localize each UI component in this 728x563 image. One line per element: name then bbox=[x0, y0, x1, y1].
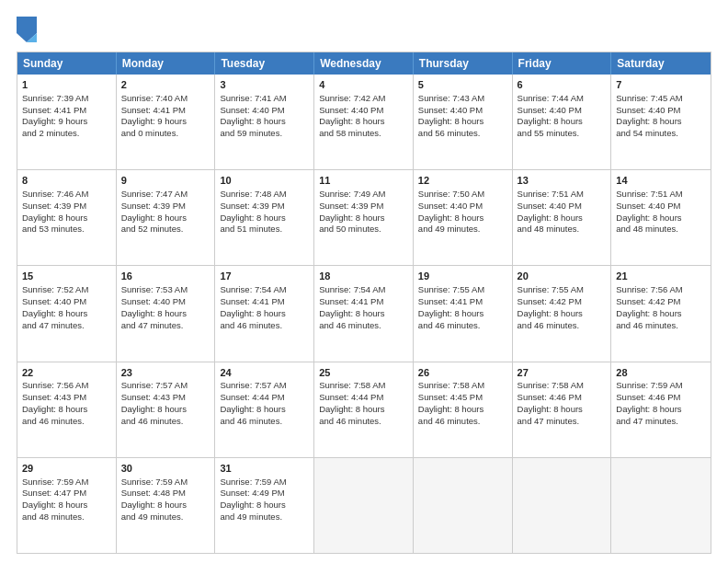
day-info: Sunrise: 7:58 AM bbox=[319, 380, 408, 392]
day-info: Sunset: 4:43 PM bbox=[121, 392, 210, 404]
day-number: 23 bbox=[121, 366, 210, 380]
day-number: 26 bbox=[418, 366, 507, 380]
calendar-body: 1Sunrise: 7:39 AMSunset: 4:41 PMDaylight… bbox=[17, 75, 711, 553]
calendar-cell: 8Sunrise: 7:46 AMSunset: 4:39 PMDaylight… bbox=[17, 170, 117, 265]
calendar-cell: 19Sunrise: 7:55 AMSunset: 4:41 PMDayligh… bbox=[414, 266, 513, 361]
day-info: Sunrise: 7:50 AM bbox=[418, 189, 507, 201]
day-info: and 47 minutes. bbox=[518, 416, 607, 428]
calendar-cell: 2Sunrise: 7:40 AMSunset: 4:41 PMDaylight… bbox=[117, 75, 216, 169]
day-info: Sunset: 4:42 PM bbox=[518, 296, 607, 308]
calendar-cell: 25Sunrise: 7:58 AMSunset: 4:44 PMDayligh… bbox=[314, 362, 414, 457]
calendar-cell bbox=[314, 458, 414, 553]
calendar-cell: 4Sunrise: 7:42 AMSunset: 4:40 PMDaylight… bbox=[314, 75, 414, 169]
day-info: Sunset: 4:41 PM bbox=[319, 296, 408, 308]
weekday-header: Thursday bbox=[414, 52, 513, 75]
day-info: Daylight: 8 hours bbox=[220, 500, 309, 511]
day-info: Sunset: 4:45 PM bbox=[418, 392, 507, 404]
day-info: and 46 minutes. bbox=[616, 320, 706, 332]
calendar-cell: 20Sunrise: 7:55 AMSunset: 4:42 PMDayligh… bbox=[513, 266, 612, 361]
day-info: Daylight: 8 hours bbox=[121, 500, 210, 511]
day-info: Daylight: 8 hours bbox=[616, 308, 706, 320]
day-info: Daylight: 8 hours bbox=[518, 213, 607, 224]
day-number: 18 bbox=[319, 270, 408, 283]
day-info: Sunrise: 7:47 AM bbox=[121, 189, 210, 201]
day-info: Sunrise: 7:49 AM bbox=[319, 189, 408, 201]
day-info: Sunrise: 7:51 AM bbox=[518, 189, 607, 201]
day-info: Daylight: 8 hours bbox=[220, 404, 309, 416]
day-info: Sunset: 4:40 PM bbox=[518, 105, 607, 117]
day-info: Daylight: 8 hours bbox=[616, 213, 706, 224]
day-info: Sunrise: 7:54 AM bbox=[319, 284, 408, 296]
day-number: 30 bbox=[121, 462, 210, 476]
day-info: Daylight: 8 hours bbox=[518, 116, 607, 128]
day-number: 7 bbox=[616, 78, 706, 92]
day-info: and 46 minutes. bbox=[220, 320, 309, 332]
day-number: 15 bbox=[22, 270, 111, 283]
calendar-cell: 9Sunrise: 7:47 AMSunset: 4:39 PMDaylight… bbox=[117, 170, 216, 265]
weekday-header: Sunday bbox=[17, 52, 117, 75]
calendar-header: SundayMondayTuesdayWednesdayThursdayFrid… bbox=[17, 52, 711, 75]
day-info: and 59 minutes. bbox=[220, 128, 309, 140]
day-info: Sunset: 4:40 PM bbox=[616, 105, 706, 117]
day-info: Daylight: 8 hours bbox=[319, 116, 408, 128]
day-info: Sunset: 4:40 PM bbox=[518, 201, 607, 213]
day-number: 16 bbox=[121, 270, 210, 283]
day-info: Sunrise: 7:48 AM bbox=[220, 189, 309, 201]
calendar-cell: 13Sunrise: 7:51 AMSunset: 4:40 PMDayligh… bbox=[513, 170, 612, 265]
day-info: Sunset: 4:40 PM bbox=[220, 105, 309, 117]
calendar-cell: 22Sunrise: 7:56 AMSunset: 4:43 PMDayligh… bbox=[17, 362, 117, 457]
logo-icon bbox=[17, 17, 37, 42]
day-info: Sunset: 4:49 PM bbox=[220, 488, 309, 500]
day-info: Sunrise: 7:53 AM bbox=[121, 284, 210, 296]
day-info: Sunset: 4:40 PM bbox=[121, 296, 210, 308]
day-info: Sunset: 4:46 PM bbox=[518, 392, 607, 404]
day-number: 11 bbox=[319, 174, 408, 188]
weekday-header: Saturday bbox=[611, 52, 711, 75]
logo bbox=[17, 17, 40, 42]
day-info: and 47 minutes. bbox=[616, 416, 706, 428]
day-info: Daylight: 8 hours bbox=[220, 308, 309, 320]
day-info: Sunset: 4:47 PM bbox=[22, 488, 111, 500]
day-info: and 48 minutes. bbox=[22, 511, 111, 523]
day-info: and 46 minutes. bbox=[518, 320, 607, 332]
day-info: Daylight: 9 hours bbox=[22, 116, 111, 128]
day-info: Sunset: 4:39 PM bbox=[319, 201, 408, 213]
day-number: 9 bbox=[121, 174, 210, 188]
day-info: Sunrise: 7:55 AM bbox=[518, 284, 607, 296]
calendar-cell: 3Sunrise: 7:41 AMSunset: 4:40 PMDaylight… bbox=[215, 75, 314, 169]
day-info: and 47 minutes. bbox=[22, 320, 111, 332]
day-info: Daylight: 8 hours bbox=[121, 404, 210, 416]
day-info: and 54 minutes. bbox=[616, 128, 706, 140]
calendar-cell: 31Sunrise: 7:59 AMSunset: 4:49 PMDayligh… bbox=[215, 458, 314, 553]
weekday-header: Wednesday bbox=[314, 52, 414, 75]
calendar-cell: 7Sunrise: 7:45 AMSunset: 4:40 PMDaylight… bbox=[611, 75, 711, 169]
weekday-header: Friday bbox=[513, 52, 612, 75]
day-info: and 46 minutes. bbox=[22, 416, 111, 428]
day-info: Daylight: 8 hours bbox=[121, 308, 210, 320]
calendar-cell: 15Sunrise: 7:52 AMSunset: 4:40 PMDayligh… bbox=[17, 266, 117, 361]
day-info: Sunrise: 7:46 AM bbox=[22, 189, 111, 201]
calendar-cell: 21Sunrise: 7:56 AMSunset: 4:42 PMDayligh… bbox=[611, 266, 711, 361]
day-info: Sunset: 4:39 PM bbox=[121, 201, 210, 213]
day-info: Sunrise: 7:56 AM bbox=[616, 284, 706, 296]
calendar-row: 29Sunrise: 7:59 AMSunset: 4:47 PMDayligh… bbox=[17, 457, 711, 553]
weekday-header: Monday bbox=[117, 52, 216, 75]
day-info: and 48 minutes. bbox=[616, 224, 706, 236]
day-info: Sunrise: 7:45 AM bbox=[616, 93, 706, 105]
day-info: Sunset: 4:41 PM bbox=[220, 296, 309, 308]
day-info: Daylight: 8 hours bbox=[22, 308, 111, 320]
day-info: Sunset: 4:41 PM bbox=[121, 105, 210, 117]
calendar-cell: 16Sunrise: 7:53 AMSunset: 4:40 PMDayligh… bbox=[117, 266, 216, 361]
day-number: 24 bbox=[220, 366, 309, 380]
calendar-cell bbox=[611, 458, 711, 553]
day-info: and 46 minutes. bbox=[418, 416, 507, 428]
day-info: Daylight: 8 hours bbox=[418, 308, 507, 320]
calendar-row: 1Sunrise: 7:39 AMSunset: 4:41 PMDaylight… bbox=[17, 75, 711, 169]
calendar-cell: 23Sunrise: 7:57 AMSunset: 4:43 PMDayligh… bbox=[117, 362, 216, 457]
day-info: Sunrise: 7:54 AM bbox=[220, 284, 309, 296]
day-info: Sunrise: 7:59 AM bbox=[22, 477, 111, 488]
day-number: 21 bbox=[616, 270, 706, 283]
weekday-header: Tuesday bbox=[215, 52, 314, 75]
page-header bbox=[17, 17, 711, 42]
calendar-cell: 24Sunrise: 7:57 AMSunset: 4:44 PMDayligh… bbox=[215, 362, 314, 457]
